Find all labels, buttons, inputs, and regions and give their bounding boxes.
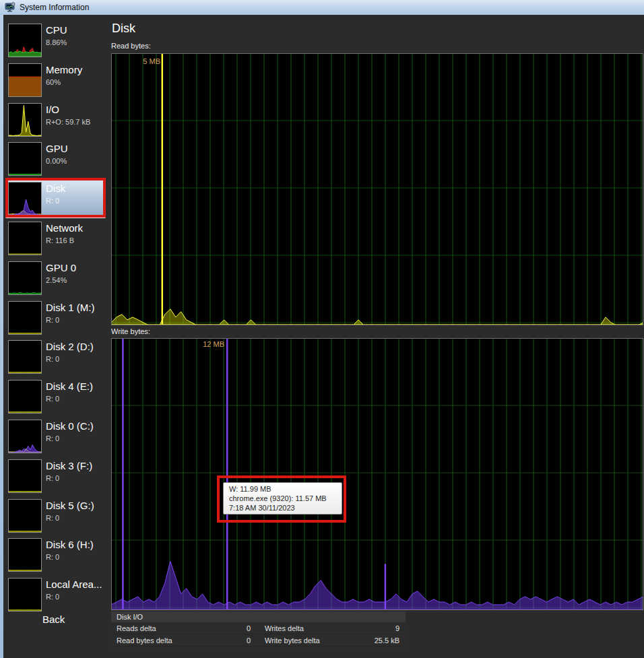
disk-io-table: Disk I/O Reads delta 0 Writes delta 9 Re… <box>111 612 406 649</box>
sidebar-item-label: I/O <box>46 104 90 115</box>
sidebar-item-thumbnail-graph <box>8 142 42 176</box>
sidebar-item-thumbnail-graph <box>8 340 42 374</box>
sidebar-item-label: Local Area... <box>46 579 102 590</box>
app-icon <box>5 2 15 13</box>
sidebar-item-thumbnail-graph <box>8 380 42 414</box>
page-title: Disk <box>112 22 135 36</box>
sidebar-item-sublabel: R: 0 <box>46 395 93 403</box>
sidebar-item-memory[interactable]: Memory60% <box>3 63 106 100</box>
sidebar-item-sublabel: R: 0 <box>46 316 95 324</box>
write-bytes-label: Write bytes: <box>111 327 150 335</box>
sidebar-item-labels: Memory60% <box>46 64 82 86</box>
sidebar-item-gpu[interactable]: GPU0.00% <box>3 142 106 178</box>
sidebar-item-disk-2-d[interactable]: Disk 2 (D:)R: 0 <box>3 340 106 376</box>
sidebar-item-label: GPU <box>46 143 68 154</box>
sidebar-item-disk-3-f[interactable]: Disk 3 (F:)R: 0 <box>3 459 106 496</box>
sidebar-item-i-o[interactable]: I/OR+O: 59.7 kB <box>3 103 106 139</box>
reads-delta-value: 0 <box>179 622 251 634</box>
sidebar-item-labels: Disk 2 (D:)R: 0 <box>46 341 94 363</box>
sidebar-item-labels: Disk 5 (G:)R: 0 <box>46 500 94 522</box>
sidebar-item-label: Disk 0 (C:) <box>46 420 94 432</box>
table-row: Reads delta 0 Writes delta 9 <box>111 622 406 634</box>
sidebar-item-label: Disk 4 (E:) <box>46 381 93 392</box>
sidebar-item-thumbnail-graph <box>8 499 42 533</box>
sidebar-item-label: GPU 0 <box>46 262 76 273</box>
sidebar-item-labels: Disk 3 (F:)R: 0 <box>46 460 92 482</box>
sidebar-item-gpu-0[interactable]: GPU 02.54% <box>3 261 106 298</box>
sidebar-item-label: Disk 6 (H:) <box>46 539 94 550</box>
write-peak-label: 12 MB <box>197 340 224 348</box>
sidebar-item-sublabel: R: 0 <box>46 474 92 482</box>
back-button[interactable]: Back <box>42 614 65 625</box>
sidebar-item-labels: GPU 02.54% <box>46 262 76 284</box>
sidebar-item-labels: Disk 4 (E:)R: 0 <box>46 381 93 403</box>
sidebar-item-label: Disk 1 (M:) <box>46 302 95 313</box>
titlebar: System Information <box>0 0 644 15</box>
sidebar-item-sublabel: R: 116 B <box>46 236 83 244</box>
window-title: System Information <box>20 3 89 12</box>
read-bytes-label: Read bytes: <box>111 42 151 50</box>
sidebar-item-label: Network <box>46 222 83 234</box>
sidebar-item-label: CPU <box>46 24 67 36</box>
read-bytes-graph[interactable] <box>111 53 643 325</box>
sidebar-item-thumbnail-graph <box>8 578 42 612</box>
sidebar-item-disk-4-e[interactable]: Disk 4 (E:)R: 0 <box>3 380 106 416</box>
sidebar-item-thumbnail-graph <box>8 261 42 295</box>
sidebar-item-sublabel: R: 0 <box>46 514 94 522</box>
sidebar-item-thumbnail-graph <box>8 24 42 57</box>
sidebar-item-labels: GPU0.00% <box>46 143 68 165</box>
sidebar-item-sublabel: R+O: 59.7 kB <box>46 118 90 126</box>
sidebar-item-labels: Disk 1 (M:)R: 0 <box>46 302 95 324</box>
sidebar-item-sublabel: 60% <box>46 78 82 86</box>
sidebar-item-sublabel: R: 0 <box>46 434 94 442</box>
sidebar-item-labels: NetworkR: 116 B <box>46 222 83 244</box>
sidebar-item-sublabel: 0.00% <box>46 157 68 165</box>
reads-delta-label: Reads delta <box>117 622 156 634</box>
write-bytes-graph[interactable] <box>111 338 643 610</box>
sidebar-item-labels: Disk 0 (C:)R: 0 <box>46 420 94 442</box>
writes-delta-label: Writes delta <box>265 622 304 634</box>
sidebar-item-sublabel: R: 0 <box>46 355 94 363</box>
write-bytes-delta-value: 25.5 kB <box>313 634 399 647</box>
sidebar-item-labels: I/OR+O: 59.7 kB <box>46 104 90 126</box>
sidebar-item-thumbnail-graph <box>8 538 42 572</box>
sidebar-item-labels: CPU8.86% <box>46 24 67 46</box>
sidebar-item-local-area[interactable]: Local Area...R: 0 <box>3 578 106 614</box>
sidebar-item-sublabel: 8.86% <box>46 38 67 46</box>
sidebar-item-disk-5-g[interactable]: Disk 5 (G:)R: 0 <box>3 499 106 535</box>
disk-io-table-title: Disk I/O <box>111 612 406 622</box>
sidebar-item-sublabel: R: 0 <box>46 553 94 561</box>
sidebar-item-disk-0-c[interactable]: Disk 0 (C:)R: 0 <box>3 420 106 456</box>
sidebar-item-network[interactable]: NetworkR: 116 B <box>3 222 106 258</box>
sidebar-item-label: Disk 3 (F:) <box>46 460 92 471</box>
read-bytes-delta-label: Read bytes delta <box>117 634 172 647</box>
sidebar-item-labels: Local Area...R: 0 <box>46 579 102 601</box>
sidebar-item-thumbnail-graph <box>8 420 42 453</box>
sidebar-item-sublabel: 2.54% <box>46 276 76 284</box>
write-bytes-delta-label: Write bytes delta <box>265 634 320 647</box>
table-row: Read bytes delta 0 Write bytes delta 25.… <box>111 634 406 647</box>
annotation-box-tooltip <box>217 475 346 523</box>
sidebar: CPU8.86%Memory60%I/OR+O: 59.7 kBGPU0.00%… <box>3 15 108 658</box>
sidebar-item-thumbnail-graph <box>8 459 42 493</box>
sidebar-item-thumbnail-graph <box>8 222 42 255</box>
sidebar-item-disk-6-h[interactable]: Disk 6 (H:)R: 0 <box>3 538 106 574</box>
sidebar-item-thumbnail-graph <box>8 63 42 97</box>
sidebar-item-disk-1-m[interactable]: Disk 1 (M:)R: 0 <box>3 301 106 337</box>
sidebar-item-label: Memory <box>46 64 82 75</box>
sidebar-item-thumbnail-graph <box>8 301 42 335</box>
read-peak-label: 5 MB <box>133 57 160 65</box>
sidebar-item-label: Disk 2 (D:) <box>46 341 94 352</box>
sidebar-item-thumbnail-graph <box>8 103 42 137</box>
sidebar-item-sublabel: R: 0 <box>46 593 102 601</box>
read-bytes-delta-value: 0 <box>179 634 251 647</box>
system-information-window: System Information CPU8.86%Memory60%I/OR… <box>0 0 644 658</box>
sidebar-item-cpu[interactable]: CPU8.86% <box>3 24 106 60</box>
sidebar-item-label: Disk 5 (G:) <box>46 500 94 511</box>
annotation-box-disk-item <box>5 178 106 218</box>
sidebar-item-labels: Disk 6 (H:)R: 0 <box>46 539 94 561</box>
writes-delta-value: 9 <box>313 622 399 634</box>
